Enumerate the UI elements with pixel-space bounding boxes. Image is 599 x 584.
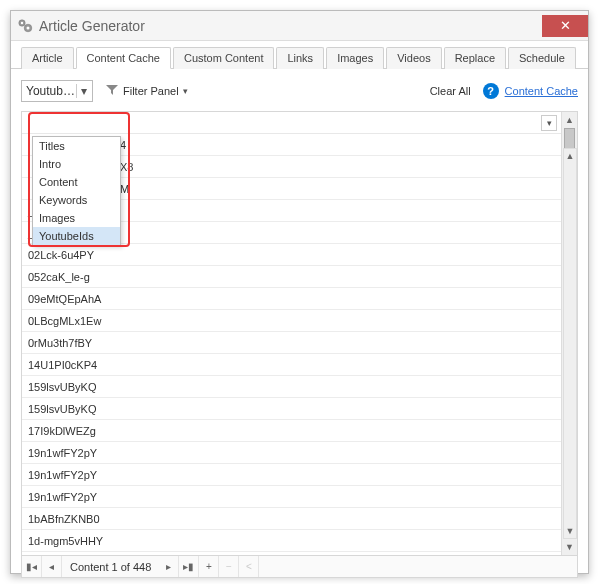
table-row[interactable]: 02Lck-6u4PY — [22, 244, 561, 266]
table-row[interactable]: 19n1wfFY2pY — [22, 442, 561, 464]
nav-prev-button[interactable]: ◂ — [42, 556, 62, 577]
dropdown-option-youtubeids[interactable]: YoutubeIds — [33, 227, 120, 245]
dropdown-menu: Titles Intro Content Keywords Images You… — [32, 136, 121, 246]
nav-next-button[interactable]: ▸ — [159, 556, 179, 577]
close-button[interactable]: ✕ — [542, 15, 588, 37]
tabbar: Article Content Cache Custom Content Lin… — [11, 41, 588, 69]
filter-panel-button[interactable]: Filter Panel — [123, 85, 179, 97]
scroll-up-icon[interactable]: ▲ — [564, 149, 576, 163]
clear-all-button[interactable]: Clear All — [430, 85, 471, 97]
table-row[interactable]: 159lsvUByKQ — [22, 376, 561, 398]
nav-first-button[interactable]: ▮◂ — [22, 556, 42, 577]
tab-schedule[interactable]: Schedule — [508, 47, 576, 69]
table-row[interactable]: 1d-mgm5vHHY — [22, 530, 561, 552]
column-dropdown[interactable]: Youtub… ▾ — [21, 80, 93, 102]
scroll-up-icon[interactable]: ▲ — [562, 112, 577, 128]
window: Article Generator ✕ Article Content Cach… — [10, 10, 589, 574]
toolbar: Youtub… ▾ Filter Panel ▾ Clear All ? Con… — [21, 79, 578, 103]
dropdown-option-keywords[interactable]: Keywords — [33, 191, 120, 209]
window-title: Article Generator — [39, 18, 542, 34]
caret-down-icon: ▾ — [183, 86, 188, 96]
tab-article[interactable]: Article — [21, 47, 74, 69]
svg-point-2 — [21, 21, 23, 23]
tab-content-cache[interactable]: Content Cache — [76, 47, 171, 69]
nav-back-button[interactable]: < — [239, 556, 259, 577]
table-row[interactable]: 052caK_le-g — [22, 266, 561, 288]
help-icon[interactable]: ? — [483, 83, 499, 99]
scroll-down-icon[interactable]: ▼ — [564, 524, 576, 538]
dropdown-option-intro[interactable]: Intro — [33, 155, 120, 173]
table-row[interactable]: 1bABfnZKNB0 — [22, 508, 561, 530]
table-row[interactable]: 19n1wfFY2pY — [22, 486, 561, 508]
outer-scrollbar[interactable]: ▲ ▼ — [563, 148, 577, 539]
tab-videos[interactable]: Videos — [386, 47, 441, 69]
table-row[interactable]: 14U1PI0cKP4 — [22, 354, 561, 376]
scroll-down-icon[interactable]: ▼ — [562, 539, 577, 555]
table-row[interactable]: 17I9kDlWEZg — [22, 420, 561, 442]
table-row[interactable]: 09eMtQEpAhA — [22, 288, 561, 310]
gears-icon — [17, 18, 33, 34]
content-area: Youtub… ▾ Filter Panel ▾ Clear All ? Con… — [11, 69, 588, 571]
dropdown-option-titles[interactable]: Titles — [33, 137, 120, 155]
table-row[interactable]: 0rMu3th7fBY — [22, 332, 561, 354]
content-cache-link[interactable]: Content Cache — [505, 85, 578, 97]
statusbar: ▮◂ ◂ Content 1 of 448 ▸ ▸▮ + − < — [21, 556, 578, 578]
tab-links[interactable]: Links — [276, 47, 324, 69]
dropdown-option-images[interactable]: Images — [33, 209, 120, 227]
titlebar: Article Generator ✕ — [11, 11, 588, 41]
status-text: Content 1 of 448 — [62, 561, 159, 573]
tab-replace[interactable]: Replace — [444, 47, 506, 69]
table-row[interactable]: 19n1wfFY2pY — [22, 464, 561, 486]
dropdown-value: Youtub… — [26, 84, 76, 98]
nav-remove-button[interactable]: − — [219, 556, 239, 577]
table-row[interactable]: 159lsvUByKQ — [22, 398, 561, 420]
dropdown-option-content[interactable]: Content — [33, 173, 120, 191]
chevron-down-icon: ▾ — [76, 84, 90, 98]
grid-header: ▾ — [22, 112, 561, 134]
tab-images[interactable]: Images — [326, 47, 384, 69]
nav-add-button[interactable]: + — [199, 556, 219, 577]
nav-last-button[interactable]: ▸▮ — [179, 556, 199, 577]
header-dropdown-icon[interactable]: ▾ — [541, 115, 557, 131]
table-row[interactable]: 0LBcgMLx1Ew — [22, 310, 561, 332]
tab-custom-content[interactable]: Custom Content — [173, 47, 274, 69]
filter-icon — [105, 83, 119, 100]
svg-point-3 — [27, 26, 30, 29]
